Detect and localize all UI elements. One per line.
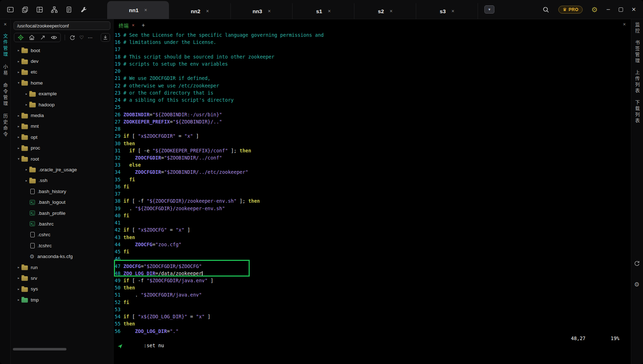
tree-item-srv[interactable]: ▸srv bbox=[11, 273, 113, 283]
tab-close-icon[interactable]: × bbox=[452, 9, 454, 14]
search-icon[interactable] bbox=[542, 6, 550, 14]
copy-icon[interactable] bbox=[21, 6, 29, 14]
tree-item-boot[interactable]: ▸boot bbox=[11, 45, 113, 56]
script-file-icon: >_ bbox=[30, 200, 35, 205]
terminal-panel-close-icon[interactable]: × bbox=[623, 21, 626, 27]
chevron-right-icon[interactable]: ▸ bbox=[16, 298, 21, 302]
tab-s1[interactable]: s1× bbox=[293, 3, 354, 19]
rail-item-download-list[interactable]: 下载列表 bbox=[634, 100, 640, 124]
resize-arrow-icon[interactable] bbox=[40, 34, 46, 41]
chevron-right-icon[interactable]: ▸ bbox=[16, 114, 21, 117]
terminal-line: 39 . "${ZOOCFGDIR}/zookeeper-env.sh" bbox=[115, 205, 631, 212]
rail-item-file-manager[interactable]: 文件管理 bbox=[2, 34, 9, 58]
tab-nn3[interactable]: nn3× bbox=[231, 3, 293, 19]
chevron-right-icon[interactable]: ▸ bbox=[16, 266, 21, 269]
topology-icon[interactable] bbox=[50, 6, 58, 14]
panel-collapse-icon[interactable]: × bbox=[4, 21, 6, 27]
chevron-down-icon[interactable]: ▾ bbox=[16, 81, 21, 85]
tree-item-media[interactable]: ▸media bbox=[11, 110, 113, 121]
eye-icon[interactable] bbox=[51, 34, 57, 41]
tree-item-.oracle_jre_usage[interactable]: ▸.oracle_jre_usage bbox=[11, 164, 113, 175]
new-terminal-button[interactable]: + bbox=[142, 22, 145, 29]
tree-item-.ssh[interactable]: ▸.ssh bbox=[11, 175, 113, 186]
pro-badge[interactable]: ♛ PRO bbox=[558, 6, 583, 14]
rail-item-history-commands[interactable]: 历史命令 bbox=[2, 113, 9, 138]
chevron-right-icon[interactable]: ▸ bbox=[16, 135, 21, 139]
chevron-right-icon[interactable]: ▸ bbox=[16, 70, 21, 74]
tree-item-etc[interactable]: ▸etc bbox=[11, 67, 113, 77]
tree-item-.bash_profile[interactable]: >_.bash_profile bbox=[11, 208, 113, 218]
code-segment: then bbox=[123, 234, 135, 240]
tree-item-hadoop[interactable]: ▸hadoop bbox=[11, 99, 113, 110]
rail-item-command-manager[interactable]: 命令管理 bbox=[2, 83, 9, 107]
tab-close-icon[interactable]: × bbox=[390, 9, 393, 14]
terminal-screen[interactable]: 15# See the License for the specific lan… bbox=[114, 31, 631, 342]
rail-item-upload-list[interactable]: 上传列表 bbox=[634, 70, 640, 94]
more-icon[interactable]: ⋯ bbox=[88, 35, 93, 40]
tree-item-opt[interactable]: ▸opt bbox=[11, 132, 113, 142]
rail-item-assistant[interactable]: 小易 bbox=[2, 64, 9, 76]
terminal-icon[interactable] bbox=[6, 6, 14, 14]
chevron-right-icon[interactable]: ▸ bbox=[16, 49, 21, 52]
minimize-button[interactable]: − bbox=[606, 6, 610, 14]
tree-item-.bash_history[interactable]: .bash_history bbox=[11, 186, 113, 197]
code-segment: = bbox=[161, 155, 164, 161]
tree-item-example[interactable]: ▸example bbox=[11, 89, 113, 99]
refresh-icon[interactable] bbox=[69, 34, 75, 41]
terminal-tab-close-icon[interactable]: × bbox=[132, 22, 135, 28]
tree-item-anaconda-ks.cfg[interactable]: ⚙anaconda-ks.cfg bbox=[11, 251, 113, 262]
tab-s2[interactable]: s2× bbox=[354, 3, 416, 19]
tree-item-tmp[interactable]: ▸tmp bbox=[11, 294, 113, 305]
tree-item-.bashrc[interactable]: >_.bashrc bbox=[11, 218, 113, 229]
tab-close-icon[interactable]: × bbox=[328, 9, 331, 14]
tree-item-.cshrc[interactable]: .cshrc bbox=[11, 229, 113, 240]
terminal-line: 32 ZOOCFGDIR="$ZOOBINDIR/../conf" bbox=[115, 154, 631, 161]
chevron-right-icon[interactable]: ▸ bbox=[16, 60, 21, 63]
chevron-right-icon[interactable]: ▸ bbox=[16, 287, 21, 291]
chevron-right-icon[interactable]: ▸ bbox=[24, 179, 29, 182]
refresh-icon[interactable] bbox=[634, 260, 640, 268]
folder-icon bbox=[21, 70, 28, 75]
tab-close-icon[interactable]: × bbox=[144, 7, 147, 12]
settings-gear-icon[interactable]: ⚙ bbox=[634, 281, 639, 288]
tree-item-sys[interactable]: ▸sys bbox=[11, 284, 113, 294]
chevron-right-icon[interactable]: ▸ bbox=[24, 103, 29, 106]
tree-item-.bash_logout[interactable]: >_.bash_logout bbox=[11, 197, 113, 207]
tab-close-icon[interactable]: × bbox=[206, 9, 209, 14]
close-button[interactable]: × bbox=[632, 5, 636, 14]
download-icon[interactable] bbox=[101, 33, 110, 42]
tools-icon[interactable] bbox=[80, 6, 88, 14]
tree-item-.tcshrc[interactable]: .tcshrc bbox=[11, 240, 113, 251]
chevron-right-icon[interactable]: ▸ bbox=[24, 168, 29, 171]
tab-nn2[interactable]: nn2× bbox=[169, 3, 231, 19]
tab-nn1[interactable]: nn1× bbox=[107, 1, 169, 19]
tree-item-proc[interactable]: ▸proc bbox=[11, 143, 113, 153]
tab-overflow-button[interactable]: ▾ bbox=[484, 5, 494, 14]
tab-label: s1 bbox=[316, 8, 322, 14]
tree-item-dev[interactable]: ▸dev bbox=[11, 56, 113, 66]
rail-item-monitor[interactable]: 监控 bbox=[634, 22, 640, 34]
locate-icon[interactable] bbox=[18, 34, 24, 41]
terminal-tab[interactable]: 终端 bbox=[119, 22, 129, 29]
folder-icon bbox=[21, 276, 28, 281]
chevron-right-icon[interactable]: ▸ bbox=[16, 125, 21, 128]
tab-close-icon[interactable]: × bbox=[268, 9, 271, 14]
tree-item-home[interactable]: ▾home bbox=[11, 77, 113, 88]
rail-item-bookmarks[interactable]: 书签管理 bbox=[634, 40, 640, 64]
tab-s3[interactable]: s3× bbox=[416, 3, 478, 19]
chevron-right-icon[interactable]: ▸ bbox=[24, 92, 29, 96]
layout-icon[interactable] bbox=[36, 6, 44, 14]
settings-gear-icon[interactable]: ⚙ bbox=[591, 6, 598, 13]
path-input[interactable] bbox=[14, 21, 110, 30]
tree-item-mnt[interactable]: ▸mnt bbox=[11, 121, 113, 132]
chevron-down-icon[interactable]: ▾ bbox=[16, 157, 21, 161]
home-icon[interactable] bbox=[29, 34, 35, 41]
tree-item-root[interactable]: ▾root bbox=[11, 153, 113, 164]
tree-item-run[interactable]: ▸run bbox=[11, 262, 113, 273]
chevron-right-icon[interactable]: ▸ bbox=[16, 276, 21, 280]
horizontal-scrollbar[interactable] bbox=[13, 348, 66, 350]
chevron-right-icon[interactable]: ▸ bbox=[16, 146, 21, 150]
heart-icon[interactable]: ♡ bbox=[79, 35, 84, 40]
document-icon[interactable] bbox=[65, 6, 73, 14]
maximize-button[interactable] bbox=[619, 7, 623, 12]
